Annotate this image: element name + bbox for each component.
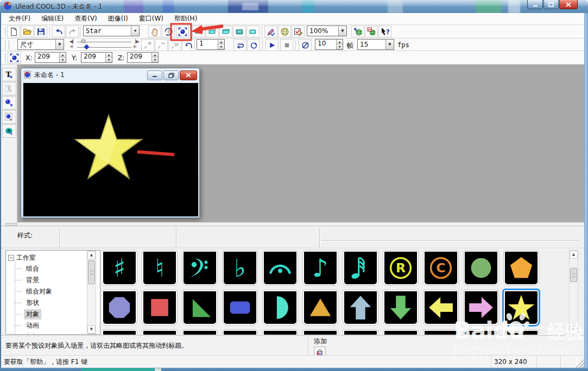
doc-restore-button[interactable] xyxy=(163,71,179,80)
tree-item-label[interactable]: 背景 xyxy=(24,275,41,285)
insert-graphics-button[interactable] xyxy=(2,96,16,110)
scroll-down-icon[interactable]: ▼ xyxy=(87,325,96,334)
frames-spinner[interactable]: 10 ▲▼ xyxy=(315,39,343,50)
spin-up-icon[interactable]: ▲ xyxy=(106,53,112,57)
preset-arrow-down[interactable] xyxy=(383,290,418,325)
save-icon[interactable] xyxy=(34,25,47,37)
preset-partial-7[interactable] xyxy=(383,330,418,335)
pan-hand-icon[interactable] xyxy=(148,25,161,37)
preset-square[interactable] xyxy=(142,290,177,325)
preset-sixteenth-note[interactable] xyxy=(343,251,378,285)
next-keyframe-icon[interactable] xyxy=(168,39,181,51)
preset-partial-1[interactable] xyxy=(142,330,177,335)
menu-item-4[interactable]: 窗口(W) xyxy=(134,12,169,25)
slider-start-marker[interactable]: ◀▏ xyxy=(69,40,76,44)
scroll-up-icon[interactable]: ▲ xyxy=(87,251,96,259)
preset-arrow-right[interactable] xyxy=(464,290,498,325)
menu-item-5[interactable]: 帮助(H) xyxy=(169,12,203,25)
export-web-icon[interactable] xyxy=(351,25,364,37)
preset-partial-6[interactable] xyxy=(343,330,378,335)
display-mode-4-icon[interactable] xyxy=(233,25,246,37)
menu-item-3[interactable]: 图像(I) xyxy=(103,12,134,25)
insert-text-button[interactable]: T xyxy=(2,68,16,81)
x-spinner[interactable]: 209 ▲▼ xyxy=(35,52,66,63)
display-mode-2-icon[interactable] xyxy=(206,25,219,37)
document-title-bar[interactable]: 未命名 - 1 xyxy=(21,68,199,82)
spin-up-icon[interactable]: ▲ xyxy=(60,53,66,57)
spin-up-icon[interactable]: ▲ xyxy=(337,40,343,44)
preset-star[interactable] xyxy=(504,290,539,325)
preset-scrollbar[interactable]: ▲ ▼ xyxy=(569,250,578,335)
display-mode-3-icon[interactable] xyxy=(219,25,232,37)
web-globe-icon[interactable] xyxy=(278,25,291,37)
delete-keyframe-icon[interactable] xyxy=(155,39,168,51)
preset-partial-5[interactable] xyxy=(303,330,338,335)
new-document-icon[interactable] xyxy=(7,25,20,37)
preset-arrow-left[interactable] xyxy=(423,290,458,325)
preset-partial-8[interactable] xyxy=(423,330,458,335)
preset-triangle[interactable] xyxy=(303,290,338,325)
dropdown-arrow-icon[interactable]: ▼ xyxy=(385,40,394,49)
tree-scroll-thumb[interactable] xyxy=(88,260,95,284)
preset-fermata[interactable] xyxy=(263,251,298,285)
undo-icon[interactable] xyxy=(52,25,65,37)
menu-item-2[interactable]: 查看(V) xyxy=(69,12,103,25)
preset-font-combo[interactable]: Star▼ xyxy=(83,25,140,36)
tree-item-label[interactable]: 相机 xyxy=(24,332,41,335)
preset-partial-2[interactable] xyxy=(182,330,217,335)
preset-circle[interactable] xyxy=(464,251,498,285)
preset-partial-9[interactable] xyxy=(464,330,498,335)
slider-end-marker[interactable]: ▕▶ xyxy=(132,40,139,44)
keyframe-thumb[interactable] xyxy=(84,44,90,50)
loop-playback-icon[interactable] xyxy=(233,39,246,51)
document-window[interactable]: 未命名 - 1 xyxy=(21,68,200,218)
close-button[interactable] xyxy=(559,0,578,9)
tree-item-label[interactable]: 组合 xyxy=(24,264,41,274)
reverse-path-icon[interactable] xyxy=(182,39,195,51)
tree-item-label[interactable]: 对象 xyxy=(24,309,41,319)
preset-sharp-sign[interactable]: ♯ xyxy=(102,251,137,285)
preset-half-circle[interactable] xyxy=(263,290,298,325)
preset-octagon[interactable] xyxy=(102,290,137,325)
y-spinner[interactable]: 209 ▲▼ xyxy=(81,52,112,63)
scroll-up-icon[interactable]: ▲ xyxy=(570,251,578,259)
keyframe-sliders[interactable]: ◀▏ ▕▶ ◀ ▶ xyxy=(69,40,140,50)
minimize-button[interactable] xyxy=(527,0,543,9)
add-keyframe-icon[interactable] xyxy=(141,39,154,51)
tree-scrollbar[interactable]: ▲ ▼ xyxy=(87,251,96,334)
preset-arrow-up[interactable] xyxy=(343,290,378,325)
stop-icon[interactable] xyxy=(280,39,293,51)
preset-flat-sign[interactable]: ♭ xyxy=(223,251,257,285)
menu-item-0[interactable]: 文件(F) xyxy=(3,12,36,25)
edit-graphics-button[interactable] xyxy=(2,110,16,124)
doc-minimize-button[interactable] xyxy=(147,71,162,80)
preset-eighth-note[interactable]: ♪ xyxy=(303,251,338,285)
open-folder-icon[interactable] xyxy=(21,25,34,37)
tree-item-label[interactable]: 形状 xyxy=(24,298,41,308)
spin-down-icon[interactable]: ▼ xyxy=(106,57,112,62)
dropdown-arrow-icon[interactable]: ▼ xyxy=(55,40,64,49)
redo-icon[interactable] xyxy=(66,25,79,37)
preset-partial-3[interactable] xyxy=(223,330,257,335)
spin-down-icon[interactable]: ▼ xyxy=(218,44,224,49)
dropdown-arrow-icon[interactable]: ▼ xyxy=(338,26,346,36)
maximize-button[interactable] xyxy=(543,0,559,9)
object-properties-icon[interactable] xyxy=(264,25,277,37)
menu-item-1[interactable]: 编辑(E) xyxy=(36,12,69,25)
display-mode-5-icon[interactable] xyxy=(246,25,260,37)
rotate-scene-icon[interactable] xyxy=(162,25,175,37)
zoom-combo[interactable]: 100%▼ xyxy=(307,25,347,36)
doc-close-button[interactable] xyxy=(180,71,197,80)
spin-down-icon[interactable]: ▼ xyxy=(337,44,343,49)
preset-bass-clef[interactable] xyxy=(182,251,217,285)
insert-geometric-object-button[interactable] xyxy=(2,124,16,138)
rotate-playback-icon[interactable] xyxy=(247,39,260,51)
preset-right-triangle[interactable] xyxy=(182,290,217,325)
no-loop-icon[interactable] xyxy=(299,39,312,51)
preset-partial-0[interactable] xyxy=(102,330,137,335)
z-spinner[interactable]: 209 ▲▼ xyxy=(127,52,159,63)
scene-canvas[interactable] xyxy=(23,83,198,216)
current-frame-spinner[interactable]: 1 ▲▼ xyxy=(197,39,225,50)
tree-root[interactable]: − 工作室 xyxy=(8,252,100,263)
panel-handle[interactable] xyxy=(5,223,17,226)
